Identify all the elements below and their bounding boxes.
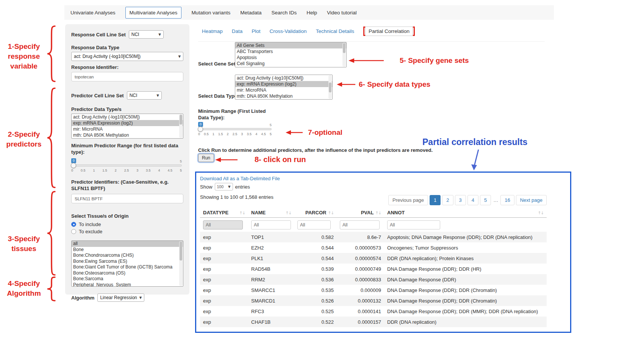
listbox-option[interactable]: Peripheral_Nervous_System xyxy=(72,282,183,287)
scrollbar[interactable] xyxy=(342,43,346,67)
next-page-button[interactable]: Next page xyxy=(516,195,547,205)
listbox-option[interactable]: Bone:Giant Cell Tumor of Bone (GCTB) Sar… xyxy=(72,264,183,270)
results-title-annotation: Partial correlation results xyxy=(422,137,527,147)
page-button-3[interactable]: 3 xyxy=(455,195,466,205)
nav-item-multivariate-analyses[interactable]: Multivariate Analyses xyxy=(125,7,182,19)
response-cell-line-set-select[interactable]: NCI ▼ xyxy=(129,30,164,39)
sort-icon[interactable]: ↑↓ xyxy=(538,211,544,215)
listbox-option[interactable]: Bone:Chondrosarcoma (CHS) xyxy=(72,253,183,259)
listbox-option[interactable]: Apoptosis xyxy=(235,55,346,61)
filter-pval-input[interactable] xyxy=(340,220,380,229)
tab-partial-correlation[interactable]: Partial Correlation xyxy=(365,27,413,36)
scrollbar[interactable] xyxy=(179,114,183,138)
scrollbar-thumb[interactable] xyxy=(180,115,182,125)
listbox-option[interactable]: mir: MicroRNA xyxy=(235,87,332,93)
tab-data[interactable]: Data xyxy=(232,28,243,34)
listbox-option-selected[interactable]: All Gene Sets xyxy=(235,42,346,48)
cell-pval: 0.0000141 xyxy=(337,306,384,317)
listbox-option[interactable]: ABC Transporters xyxy=(235,48,346,55)
listbox-option[interactable]: act: Drug Activity (-log10[IC50M]) xyxy=(235,75,332,81)
nav-item-mutation-variants[interactable]: Mutation variants xyxy=(191,10,230,16)
show-label: Show xyxy=(200,184,213,190)
tab-cross-validation[interactable]: Cross-Validation xyxy=(270,28,307,34)
min-range-slider: 0 5 0 0.5 1 1.5 2 2.5 3 3.5 4 4.5 5 xyxy=(198,122,272,136)
listbox-option[interactable]: Cell Signaling xyxy=(235,61,346,67)
sort-icon[interactable]: ↑↓ xyxy=(285,211,291,215)
response-data-type-select[interactable]: act: Drug Activity (-log10[IC50M]) ▼ xyxy=(71,52,183,61)
listbox-option-selected[interactable]: all xyxy=(72,241,183,247)
sort-icon[interactable]: ↑↓ xyxy=(239,211,245,215)
download-link[interactable]: Download All as a Tab-Delimited File xyxy=(200,176,547,181)
run-button[interactable]: Run xyxy=(198,154,214,162)
slider-tick: 4.5 xyxy=(261,132,266,136)
tissue-include-radio[interactable]: To include xyxy=(71,222,183,227)
scrollbar[interactable] xyxy=(328,75,332,99)
listbox-option[interactable]: mir: MicroRNA xyxy=(72,126,183,132)
listbox-option[interactable]: mth: DNA 850K Methylation xyxy=(235,93,332,99)
cell-pval: 0.0000157 xyxy=(337,317,384,327)
nav-item-video-tutorial[interactable]: Video tutorial xyxy=(327,10,357,16)
annotation-step5: 5- Specify gene sets xyxy=(400,56,469,65)
page-button-16[interactable]: 16 xyxy=(500,195,514,205)
response-identifier-input[interactable] xyxy=(71,72,183,81)
scrollbar[interactable] xyxy=(179,241,183,286)
listbox-option[interactable]: Bone:Osteosarcoma (OS) xyxy=(72,270,183,276)
listbox-option[interactable]: Bone:Sarcoma xyxy=(72,276,183,282)
scrollbar-thumb[interactable] xyxy=(343,43,345,53)
slider-track[interactable] xyxy=(198,128,272,130)
entries-select[interactable]: 100 ▼ xyxy=(215,183,233,190)
slider-tick: 1 xyxy=(213,132,214,136)
filter-datatype-input[interactable] xyxy=(203,220,243,229)
scrollbar-thumb[interactable] xyxy=(329,83,331,92)
listbox-option-selected[interactable]: exp: mRNA Expression (log2) xyxy=(72,120,183,126)
nav-item-search-ids[interactable]: Search IDs xyxy=(271,10,297,16)
column-header-annot[interactable]: ANNOT↑↓ xyxy=(384,208,547,218)
listbox-option[interactable]: act: Drug Activity (-log10[IC50M]) xyxy=(72,114,183,120)
previous-page-button[interactable]: Previous page xyxy=(388,195,428,205)
listbox-option[interactable]: Bone xyxy=(72,247,183,253)
chevron-down-icon: ▼ xyxy=(158,33,161,36)
nav-item-help[interactable]: Help xyxy=(306,10,317,16)
slider-handle[interactable] xyxy=(198,126,203,132)
cell-annot: Apoptosis; DNA Damage Response (DDR); DD… xyxy=(384,232,547,242)
page-button-5[interactable]: 5 xyxy=(480,195,491,205)
column-header-pval[interactable]: PVAL↑↓ xyxy=(337,208,384,218)
predictor-cell-line-set-select[interactable]: NCI ▼ xyxy=(127,91,162,100)
filter-parcor-input[interactable] xyxy=(297,220,331,229)
cell-parcor: 0.539 xyxy=(294,264,337,274)
cell-annot: DDR (DNA replication); Protein Kinases xyxy=(384,253,547,264)
column-header-datatype[interactable]: DATATYPE↑↓ xyxy=(200,208,248,218)
nav-item-metadata[interactable]: Metadata xyxy=(240,10,261,16)
slider-handle[interactable] xyxy=(71,163,76,168)
showing-entries-text: Showing 1 to 100 of 1,568 entries xyxy=(200,194,274,200)
cell-datatype: exp xyxy=(200,264,248,274)
column-header-parcor[interactable]: PARCOR↑↓ xyxy=(294,208,337,218)
page-button-1[interactable]: 1 xyxy=(430,195,441,205)
slider-ticks: 0 0.5 1 1.5 2 2.5 3 3.5 4 4.5 5 xyxy=(198,132,272,136)
radio-selected-icon[interactable] xyxy=(71,222,76,227)
slider-track[interactable] xyxy=(71,164,182,167)
listbox-option[interactable]: Bone:Ewing Sarcoma (ES) xyxy=(72,259,183,265)
cell-annot: DNA Damage Response (DDR); DDR (Chromati… xyxy=(384,285,547,295)
response-identifier-label: Response Identifier: xyxy=(71,64,183,70)
slider-tick: 0 xyxy=(71,169,73,172)
radio-unselected-icon[interactable] xyxy=(71,229,76,234)
column-header-name[interactable]: NAME↑↓ xyxy=(248,208,294,218)
sort-icon[interactable]: ↑↓ xyxy=(375,211,381,215)
predictor-identifiers-input[interactable] xyxy=(71,194,183,203)
sort-icon[interactable]: ↑↓ xyxy=(328,211,334,215)
listbox-option[interactable]: mth: DNA 850K Methylation xyxy=(72,132,183,138)
tab-technical-details[interactable]: Technical Details xyxy=(316,28,354,34)
filter-name-input[interactable] xyxy=(251,220,291,229)
page-button-4[interactable]: 4 xyxy=(467,195,478,205)
listbox-option-selected[interactable]: exp: mRNA Expression (log2) xyxy=(235,81,332,87)
page-button-2[interactable]: 2 xyxy=(442,195,453,205)
cell-parcor: 0.525 xyxy=(294,306,337,317)
nav-item-univariate-analyses[interactable]: Univariate Analyses xyxy=(70,10,116,16)
filter-annot-input[interactable] xyxy=(387,220,440,229)
tissue-exclude-radio[interactable]: To exclude xyxy=(71,229,183,234)
tab-heatmap[interactable]: Heatmap xyxy=(202,28,223,34)
algorithm-select[interactable]: Linear Regression ▼ xyxy=(97,293,144,302)
tab-plot[interactable]: Plot xyxy=(252,28,260,34)
scrollbar-thumb[interactable] xyxy=(180,242,182,261)
